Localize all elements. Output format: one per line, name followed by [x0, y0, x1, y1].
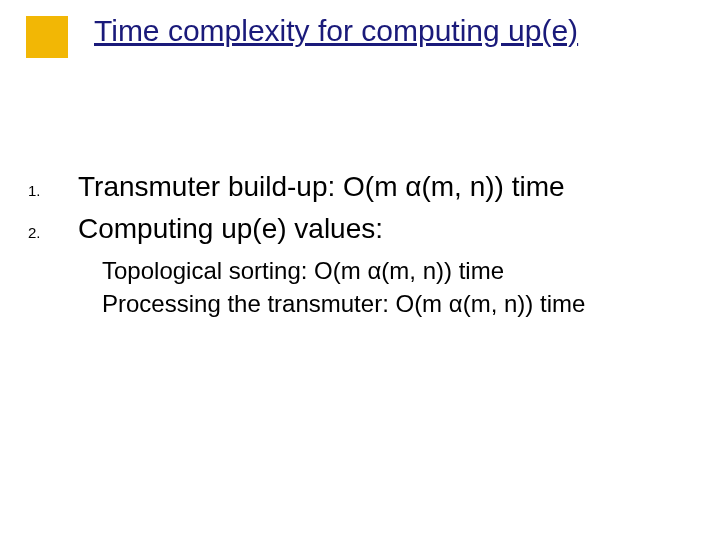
- list-number: 2.: [20, 214, 78, 241]
- list-text: Computing up(e) values:: [78, 210, 383, 248]
- title-upe: up(e): [508, 14, 578, 47]
- slide-body: 1. Transmuter build-up: O(m α(m, n)) tim…: [20, 168, 690, 321]
- slide-title: Time complexity for computing up(e): [94, 14, 690, 49]
- sub-list-item: Topological sorting: O(m α(m, n)) time: [102, 254, 690, 288]
- accent-square-icon: [26, 16, 72, 58]
- title-prefix: Time complexity for computing: [94, 14, 508, 47]
- slide: Time complexity for computing up(e) 1. T…: [0, 0, 720, 540]
- list-text: Transmuter build-up: O(m α(m, n)) time: [78, 168, 565, 206]
- list-number: 1.: [20, 172, 78, 199]
- sub-list-item: Processing the transmuter: O(m α(m, n)) …: [102, 287, 690, 321]
- list-item: 2. Computing up(e) values:: [20, 210, 690, 248]
- sub-list: Topological sorting: O(m α(m, n)) time P…: [102, 254, 690, 321]
- list-item: 1. Transmuter build-up: O(m α(m, n)) tim…: [20, 168, 690, 206]
